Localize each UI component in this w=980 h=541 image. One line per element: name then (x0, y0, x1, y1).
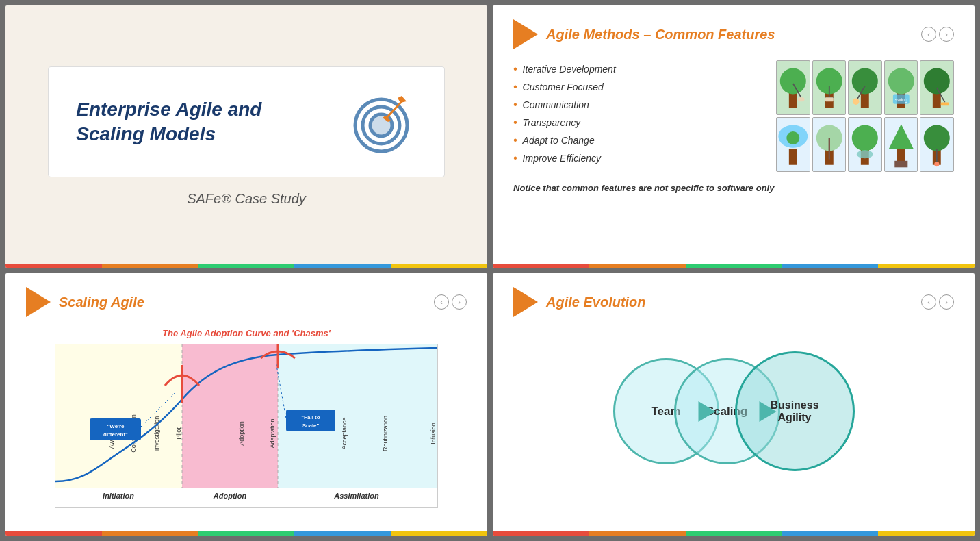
tree-image-5 (920, 60, 954, 115)
svg-rect-10 (798, 97, 805, 101)
svg-text:swing: swing (894, 97, 907, 103)
slide-title: Scaling Agile (59, 294, 426, 310)
prev-button[interactable]: ‹ (434, 294, 449, 310)
triangle-icon (513, 287, 538, 317)
tree-image-2 (812, 60, 847, 115)
svg-rect-16 (861, 92, 869, 108)
svg-point-36 (857, 150, 873, 158)
svg-text:Assimilation: Assimilation (333, 492, 379, 500)
evolution-circles: Team Scaling Business Agility (513, 351, 954, 471)
svg-text:Scale": Scale" (302, 423, 320, 429)
adoption-chart: The Agile Adoption Curve and 'Chasms' Aw… (26, 328, 467, 508)
slide-header: Scaling Agile ‹ › (26, 287, 467, 317)
list-item: Iterative Development (513, 60, 762, 78)
list-item: Improve Efficiency (513, 149, 762, 167)
svg-point-35 (852, 125, 878, 151)
svg-rect-15 (825, 97, 833, 101)
svg-text:Investigation: Investigation (153, 416, 160, 451)
arrow-triangle-2 (759, 401, 776, 422)
svg-point-41 (924, 125, 950, 151)
slide-title: Enterprise Agile and Scaling Models (76, 97, 328, 147)
svg-point-30 (786, 131, 799, 144)
svg-rect-27 (941, 102, 949, 105)
tree-image-8 (848, 117, 882, 172)
svg-marker-5 (398, 96, 407, 103)
arrow-triangle-1 (698, 401, 715, 422)
tree-image-7 (812, 117, 847, 172)
svg-rect-24 (933, 92, 941, 108)
prev-button[interactable]: ‹ (921, 294, 936, 310)
case-study-subtitle: SAFe® Case Study (48, 191, 445, 207)
svg-point-17 (852, 68, 878, 94)
svg-point-43 (935, 162, 940, 166)
svg-rect-7 (789, 92, 797, 108)
svg-text:different": different" (103, 431, 128, 438)
slide-title: Agile Evolution (546, 294, 913, 310)
content-area: Iterative Development Customer Focused C… (513, 60, 954, 172)
tree-image-10 (920, 117, 954, 172)
svg-rect-44 (55, 344, 182, 488)
svg-rect-39 (894, 161, 907, 168)
svg-point-21 (888, 68, 914, 94)
svg-text:"Fail to: "Fail to (301, 414, 320, 420)
svg-text:Acceptance: Acceptance (341, 417, 348, 449)
svg-text:Routinization: Routinization (382, 416, 389, 451)
tree-image-6 (776, 117, 810, 172)
svg-text:Infusion: Infusion (430, 423, 437, 444)
list-item: Customer Focused (513, 78, 762, 96)
notice-text: Notice that common features are not spec… (513, 183, 954, 193)
image-grid: swing (776, 60, 954, 172)
list-item: Communication (513, 96, 762, 114)
svg-text:Pilot: Pilot (175, 427, 182, 440)
svg-point-19 (853, 98, 860, 105)
slide-scaling-agile: Scaling Agile ‹ › The Agile Adoption Cur… (5, 273, 487, 536)
slide-header: Agile Methods – Common Features ‹ › (513, 19, 954, 49)
slide-title: Agile Methods – Common Features (546, 27, 913, 42)
prev-button[interactable]: ‹ (921, 27, 936, 42)
slide-enterprise-agile: Enterprise Agile and Scaling Models SAFe… (5, 5, 487, 268)
chart-title: The Agile Adoption Curve and 'Chasms' (26, 328, 467, 338)
list-item: Transparency (513, 114, 762, 131)
target-icon (348, 88, 417, 156)
slide-header: Agile Evolution ‹ › (513, 287, 954, 317)
triangle-icon (513, 19, 538, 49)
bullet-list: Iterative Development Customer Focused C… (513, 60, 762, 172)
svg-marker-38 (889, 124, 914, 149)
svg-rect-28 (789, 149, 797, 165)
next-button[interactable]: › (452, 294, 467, 310)
svg-text:"We're: "We're (107, 423, 125, 429)
next-button[interactable]: › (939, 294, 954, 310)
nav-controls: ‹ › (434, 294, 467, 310)
svg-text:Adaptation: Adaptation (269, 418, 276, 448)
tree-image-9 (884, 117, 918, 172)
svg-text:Adoption: Adoption (213, 492, 247, 500)
svg-rect-45 (182, 344, 278, 488)
tree-image-4: swing (884, 60, 918, 115)
svg-point-25 (924, 68, 950, 94)
adoption-curve-svg: Awareness Consideration Investigation Pi… (55, 344, 438, 508)
svg-text:Initiation: Initiation (103, 492, 134, 500)
title-box: Enterprise Agile and Scaling Models (48, 66, 445, 177)
next-button[interactable]: › (939, 27, 954, 42)
slide-agile-evolution: Agile Evolution ‹ › Team Scaling Busines… (493, 273, 975, 536)
nav-controls: ‹ › (921, 294, 954, 310)
slide-agile-methods: Agile Methods – Common Features ‹ › Iter… (493, 5, 975, 268)
svg-text:Adoption: Adoption (238, 421, 245, 446)
business-agility-circle: Business Agility (735, 351, 855, 471)
tree-image-1 (776, 60, 810, 115)
list-item: Adapt to Change (513, 131, 762, 149)
triangle-icon (26, 287, 51, 317)
svg-point-8 (780, 68, 806, 94)
tree-image-3 (848, 60, 882, 115)
nav-controls: ‹ › (921, 27, 954, 42)
